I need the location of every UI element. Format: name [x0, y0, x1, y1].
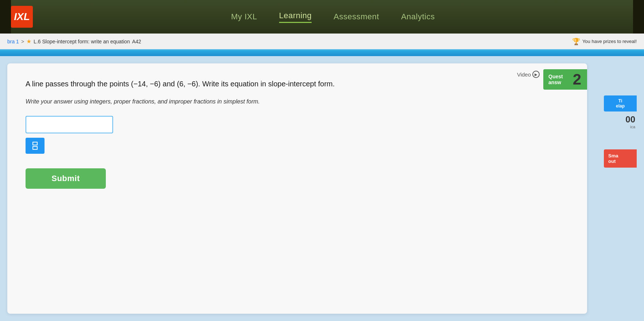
quest-label: Questansw: [548, 74, 563, 85]
time-display: 00 ica: [593, 114, 637, 129]
time-label: Tielap: [616, 98, 625, 109]
smartscore-button[interactable]: Smaout: [604, 149, 637, 168]
breadcrumb-parent-link[interactable]: bra 1: [7, 39, 19, 44]
blue-accent-band: [0, 50, 644, 56]
fraction-denominator-box: [32, 146, 38, 150]
ixl-logo[interactable]: IXL: [11, 6, 33, 28]
nav-links: My IXL Learning Assessment Analytics: [33, 11, 633, 23]
prizes-label: You have prizes to reveal!: [582, 39, 637, 44]
time-value: 00: [593, 114, 635, 125]
nav-link-my-ixl[interactable]: My IXL: [231, 12, 257, 21]
video-label: Video: [517, 71, 531, 78]
fraction-button[interactable]: [26, 138, 45, 154]
trophy-icon: 🏆: [572, 38, 580, 46]
breadcrumb-code: A42: [132, 39, 141, 44]
video-button[interactable]: Video ▶: [517, 71, 540, 78]
fraction-numerator-box: [32, 142, 38, 145]
prizes-button[interactable]: 🏆 You have prizes to reveal!: [572, 38, 637, 46]
main-content: Video ▶ Questansw 2 A line passes throug…: [0, 56, 644, 321]
breadcrumb: bra 1 > ★ L.6 Slope-intercept form: writ…: [7, 38, 141, 45]
question-card: Video ▶ Questansw 2 A line passes throug…: [7, 63, 587, 314]
elapsed-sub: ica: [593, 125, 635, 129]
question-number-badge: 2: [573, 71, 581, 88]
right-sidebar: Tielap 00 ica Smaout: [593, 63, 637, 314]
breadcrumb-separator: >: [21, 39, 24, 44]
instruction-text: Write your answer using integers, proper…: [26, 98, 354, 105]
breadcrumb-bar: bra 1 > ★ L.6 Slope-intercept form: writ…: [0, 34, 644, 50]
smartscore-label: Smaout: [608, 153, 618, 164]
question-text: A line passes through the points (−14, −…: [26, 78, 354, 90]
nav-link-analytics[interactable]: Analytics: [401, 12, 435, 21]
nav-bar: IXL My IXL Learning Assessment Analytics: [0, 0, 644, 34]
fraction-icon: [32, 142, 38, 150]
nav-link-assessment[interactable]: Assessment: [333, 12, 379, 21]
submit-button[interactable]: Submit: [26, 168, 106, 189]
answer-input[interactable]: [26, 116, 113, 133]
breadcrumb-current: L.6 Slope-intercept form: write an equat…: [34, 39, 130, 44]
nav-link-learning[interactable]: Learning: [279, 11, 312, 23]
time-indicator: Tielap: [604, 95, 637, 111]
breadcrumb-star-icon[interactable]: ★: [26, 38, 31, 45]
video-circle-icon: ▶: [532, 71, 540, 78]
